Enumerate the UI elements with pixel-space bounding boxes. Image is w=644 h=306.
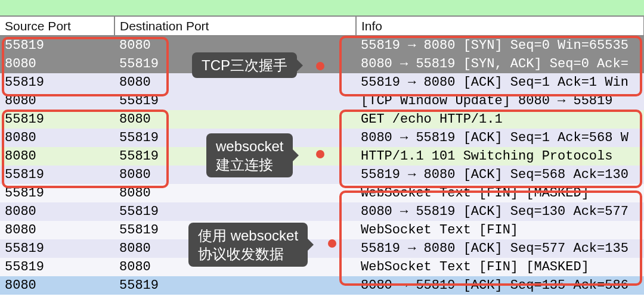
cell-src: 55819 [0,36,114,55]
cell-dst: 55819 [114,221,356,239]
table-row[interactable]: 8080558198080 → 55819 [ACK] Seq=130 Ack=… [0,202,644,221]
cell-src: 8080 [0,276,114,295]
col-info[interactable]: Info [356,17,644,36]
cell-dst: 55819 [114,202,356,221]
cell-src: 55819 [0,110,114,129]
cell-src: 55819 [0,73,114,92]
cell-info: HTTP/1.1 101 Switching Protocols [356,147,644,166]
cell-dst: 8080 [114,166,356,184]
cell-info: [TCP Window Update] 8080 → 55819 [356,92,644,110]
table-row[interactable]: 55819808055819 → 8080 [ACK] Seq=577 Ack=… [0,239,644,258]
cell-info: 8080 → 55819 [ACK] Seq=1 Ack=568 W [356,129,644,147]
cell-src: 8080 [0,129,114,147]
table-row[interactable]: 558198080WebSocket Text [FIN] [MASKED] [0,258,644,276]
table-row[interactable]: 8080558198080 → 55819 [ACK] Seq=135 Ack=… [0,276,644,295]
table-row[interactable]: 808055819HTTP/1.1 101 Switching Protocol… [0,147,644,166]
cell-src: 8080 [0,221,114,239]
cell-dst: 55819 [114,147,356,166]
table-row[interactable]: 55819808055819 → 8080 [ACK] Seq=568 Ack=… [0,166,644,184]
cell-dst: 8080 [114,73,356,92]
cell-dst: 55819 [114,276,356,295]
cell-src: 55819 [0,166,114,184]
cell-dst: 55819 [114,92,356,110]
cell-src: 8080 [0,147,114,166]
table-row[interactable]: 8080558198080 → 55819 [SYN, ACK] Seq=0 A… [0,55,644,73]
cell-src: 55819 [0,239,114,258]
cell-dst: 8080 [114,258,356,276]
cell-info: GET /echo HTTP/1.1 [356,110,644,129]
cell-dst: 55819 [114,55,356,73]
cell-dst: 8080 [114,239,356,258]
cell-info: WebSocket Text [FIN] [356,221,644,239]
cell-src: 55819 [0,184,114,202]
cell-dst: 8080 [114,184,356,202]
cell-info: 8080 → 55819 [ACK] Seq=130 Ack=577 [356,202,644,221]
table-header-row: Source Port Destination Port Info [0,17,644,36]
cell-info: 55819 → 8080 [SYN] Seq=0 Win=65535 [356,36,644,55]
cell-dst: 8080 [114,110,356,129]
table-row[interactable]: 8080558198080 → 55819 [ACK] Seq=1 Ack=56… [0,129,644,147]
table-row[interactable]: 55819808055819 → 8080 [SYN] Seq=0 Win=65… [0,36,644,55]
cell-info: 8080 → 55819 [ACK] Seq=135 Ack=586 [356,276,644,295]
packet-table-container: Source Port Destination Port Info 558198… [0,17,644,295]
top-green-bar [0,0,644,17]
cell-info: WebSocket Text [FIN] [MASKED] [356,184,644,202]
cell-dst: 8080 [114,36,356,55]
table-row[interactable]: 558198080WebSocket Text [FIN] [MASKED] [0,184,644,202]
col-source-port[interactable]: Source Port [0,17,114,36]
cell-info: 55819 → 8080 [ACK] Seq=1 Ack=1 Win [356,73,644,92]
cell-src: 55819 [0,258,114,276]
packet-table: Source Port Destination Port Info 558198… [0,17,644,295]
col-destination-port[interactable]: Destination Port [114,17,356,36]
table-row[interactable]: 558198080GET /echo HTTP/1.1 [0,110,644,129]
cell-info: 55819 → 8080 [ACK] Seq=568 Ack=130 [356,166,644,184]
cell-src: 8080 [0,55,114,73]
table-row[interactable]: 808055819WebSocket Text [FIN] [0,221,644,239]
cell-info: 8080 → 55819 [SYN, ACK] Seq=0 Ack= [356,55,644,73]
cell-src: 8080 [0,92,114,110]
cell-src: 8080 [0,202,114,221]
table-row[interactable]: 55819808055819 → 8080 [ACK] Seq=1 Ack=1 … [0,73,644,92]
table-row[interactable]: 808055819[TCP Window Update] 8080 → 5581… [0,92,644,110]
cell-info: WebSocket Text [FIN] [MASKED] [356,258,644,276]
cell-dst: 55819 [114,129,356,147]
cell-info: 55819 → 8080 [ACK] Seq=577 Ack=135 [356,239,644,258]
